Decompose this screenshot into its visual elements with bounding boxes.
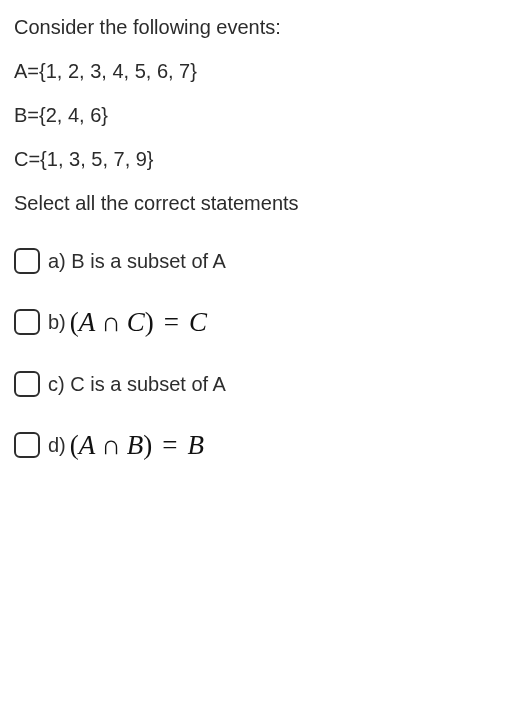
math-rhs: C — [189, 302, 207, 343]
prompt-set-c: C={1, 3, 5, 7, 9} — [14, 144, 511, 174]
option-d-label: d) ( A ∩ B ) = B — [48, 425, 204, 466]
checkbox-c[interactable] — [14, 371, 40, 397]
option-a-prefix: a) — [48, 250, 66, 272]
math-eq: = — [164, 302, 179, 343]
option-c-prefix: c) — [48, 373, 65, 395]
option-d-math: ( A ∩ B ) = B — [70, 425, 204, 466]
option-b-prefix: b) — [48, 307, 66, 337]
math-eq: = — [162, 425, 177, 466]
option-b-label: b) ( A ∩ C ) = C — [48, 302, 207, 343]
option-a: a) B is a subset of A — [14, 246, 511, 276]
prompt-instruction: Select all the correct statements — [14, 188, 511, 218]
checkbox-a[interactable] — [14, 248, 40, 274]
checkbox-b[interactable] — [14, 309, 40, 335]
math-lparen: ( — [70, 425, 79, 466]
prompt-intro: Consider the following events: — [14, 12, 511, 42]
question-prompt: Consider the following events: A={1, 2, … — [14, 12, 511, 218]
math-cap-icon: ∩ — [101, 302, 121, 343]
options-group: a) B is a subset of A b) ( A ∩ C ) = C c… — [14, 246, 511, 465]
option-d: d) ( A ∩ B ) = B — [14, 425, 511, 466]
math-cap-icon: ∩ — [101, 425, 121, 466]
math-rhs: B — [188, 425, 205, 466]
prompt-set-b: B={2, 4, 6} — [14, 100, 511, 130]
option-b-math: ( A ∩ C ) = C — [70, 302, 207, 343]
math-var-c: C — [127, 302, 145, 343]
checkbox-d[interactable] — [14, 432, 40, 458]
math-rparen: ) — [145, 302, 154, 343]
prompt-set-a: A={1, 2, 3, 4, 5, 6, 7} — [14, 56, 511, 86]
option-b: b) ( A ∩ C ) = C — [14, 302, 511, 343]
math-var-b: B — [127, 425, 144, 466]
math-lparen: ( — [70, 302, 79, 343]
option-c: c) C is a subset of A — [14, 369, 511, 399]
math-var-a: A — [79, 425, 96, 466]
option-d-prefix: d) — [48, 430, 66, 460]
option-c-label: c) C is a subset of A — [48, 369, 226, 399]
math-var-a: A — [79, 302, 96, 343]
option-a-label: a) B is a subset of A — [48, 246, 226, 276]
math-rparen: ) — [143, 425, 152, 466]
option-c-text: C is a subset of A — [70, 373, 226, 395]
option-a-text: B is a subset of A — [71, 250, 226, 272]
